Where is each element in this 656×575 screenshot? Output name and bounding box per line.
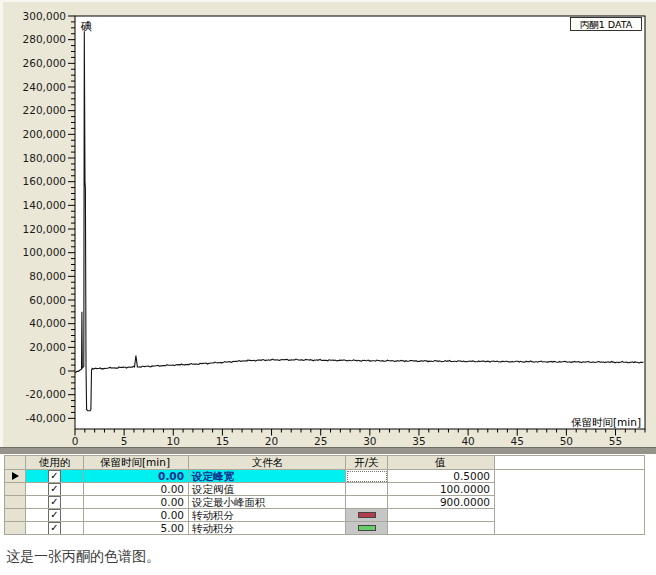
row-selector-cell[interactable]: [4, 522, 26, 535]
table-header-row: 使用的保留时间[min]文件名开/关值: [4, 455, 645, 470]
row-selector-cell[interactable]: [4, 483, 26, 496]
col-header-4: 开/关: [346, 455, 388, 470]
x-tick-label: 0: [72, 435, 79, 447]
row-selector-cell[interactable]: [4, 509, 26, 522]
chromatogram-plot: -40,000-20,000020,00040,00060,00080,0001…: [0, 0, 656, 447]
row-selector-cell[interactable]: [4, 496, 26, 509]
x-axis-label: 保留时间[min]: [571, 416, 641, 428]
onoff-cell[interactable]: [346, 483, 388, 496]
green-line-icon: [358, 525, 376, 531]
x-tick-label: 5: [121, 435, 128, 447]
x-tick-label: 50: [560, 435, 573, 447]
used-checkbox[interactable]: ✓: [48, 509, 61, 522]
used-cell: ✓: [26, 509, 84, 522]
filler-cell: [495, 522, 645, 535]
x-tick-label: 45: [511, 435, 524, 447]
table-row[interactable]: ✓0.00转动积分: [4, 509, 645, 522]
table-row[interactable]: ✓0.00设定最小峰面积900.0000: [4, 496, 645, 509]
y-tick-label: 100,000: [23, 246, 66, 258]
onoff-cell[interactable]: [346, 470, 388, 483]
event-name-cell[interactable]: 设定峰宽: [189, 470, 346, 483]
x-tick-label: 10: [167, 435, 180, 447]
value-cell[interactable]: [388, 522, 495, 535]
retention-time-cell[interactable]: 0.00: [84, 483, 189, 496]
plot-area: [75, 16, 645, 429]
x-tick-label: 20: [265, 435, 278, 447]
x-tick-label: 15: [216, 435, 229, 447]
col-header-5: 值: [388, 455, 495, 470]
used-checkbox[interactable]: ✓: [48, 483, 61, 496]
data-name-box-label: 丙酮1 DATA: [580, 19, 633, 30]
panel-divider: [0, 447, 656, 455]
used-checkbox[interactable]: ✓: [48, 470, 61, 483]
y-tick-label: 180,000: [23, 152, 66, 164]
current-row-marker-icon: [12, 472, 19, 480]
x-tick-label: 25: [314, 435, 327, 447]
retention-time-cell[interactable]: 0.00: [84, 470, 189, 483]
event-name-cell[interactable]: 转动积分: [189, 509, 346, 522]
used-cell: ✓: [26, 522, 84, 535]
x-tick-label: 40: [461, 435, 474, 447]
value-cell[interactable]: 900.0000: [388, 496, 495, 509]
table-row[interactable]: ✓0.00设定峰宽0.5000: [4, 470, 645, 483]
retention-time-cell[interactable]: 0.00: [84, 496, 189, 509]
col-header-3: 文件名: [189, 455, 346, 470]
used-cell: ✓: [26, 483, 84, 496]
filler-cell: [495, 470, 645, 483]
used-checkbox[interactable]: ✓: [48, 522, 61, 535]
filler-cell: [495, 509, 645, 522]
y-tick-label: 60,000: [29, 294, 66, 306]
onoff-cell[interactable]: [346, 522, 388, 535]
integration-events-table: 使用的保留时间[min]文件名开/关值 ✓0.00设定峰宽0.5000✓0.00…: [4, 455, 645, 535]
x-tick-label: 55: [609, 435, 622, 447]
y-tick-label: 40,000: [29, 317, 66, 329]
filler-cell: [495, 496, 645, 509]
event-name-cell[interactable]: 设定阀值: [189, 483, 346, 496]
y-tick-label: 200,000: [23, 128, 66, 140]
table-row[interactable]: ✓5.00转动积分: [4, 522, 645, 535]
event-name-cell[interactable]: 设定最小峰面积: [189, 496, 346, 509]
y-tick-label: 0: [59, 365, 66, 377]
x-tick-label: 35: [412, 435, 425, 447]
y-tick-label: 120,000: [23, 223, 66, 235]
peak-label: 碘: [80, 20, 92, 33]
retention-time-cell[interactable]: 5.00: [84, 522, 189, 535]
value-cell[interactable]: 100.0000: [388, 483, 495, 496]
value-cell[interactable]: 0.5000: [388, 470, 495, 483]
x-tick-label: 30: [363, 435, 376, 447]
col-header-1: 使用的: [26, 455, 84, 470]
onoff-cell[interactable]: [346, 509, 388, 522]
col-header-0: [4, 455, 26, 470]
used-checkbox[interactable]: ✓: [48, 496, 61, 509]
y-tick-label: 160,000: [23, 175, 66, 187]
y-tick-label: -20,000: [25, 388, 66, 400]
y-tick-label: 20,000: [29, 341, 66, 353]
filler-cell: [495, 483, 645, 496]
event-name-cell[interactable]: 转动积分: [189, 522, 346, 535]
y-tick-label: 140,000: [23, 199, 66, 211]
y-tick-label: 220,000: [23, 104, 66, 116]
used-cell: ✓: [26, 470, 84, 483]
y-tick-label: 260,000: [23, 57, 66, 69]
caption-text: 这是一张丙酮的色谱图。: [6, 548, 160, 566]
table-body: ✓0.00设定峰宽0.5000✓0.00设定阀值100.0000✓0.00设定最…: [4, 470, 645, 535]
table-row[interactable]: ✓0.00设定阀值100.0000: [4, 483, 645, 496]
y-tick-label: 280,000: [23, 33, 66, 45]
y-tick-label: -40,000: [25, 412, 66, 424]
chromatogram-panel: -40,000-20,000020,00040,00060,00080,0001…: [0, 0, 656, 447]
onoff-cell[interactable]: [346, 496, 388, 509]
y-tick-label: 80,000: [29, 270, 66, 282]
y-tick-label: 240,000: [23, 81, 66, 93]
used-cell: ✓: [26, 496, 84, 509]
retention-time-cell[interactable]: 0.00: [84, 509, 189, 522]
red-line-icon: [358, 512, 376, 518]
col-header-2: 保留时间[min]: [84, 455, 189, 470]
col-header-filler: [495, 455, 645, 470]
value-cell[interactable]: [388, 509, 495, 522]
row-selector-cell[interactable]: [4, 470, 26, 483]
y-tick-label: 300,000: [23, 10, 66, 22]
